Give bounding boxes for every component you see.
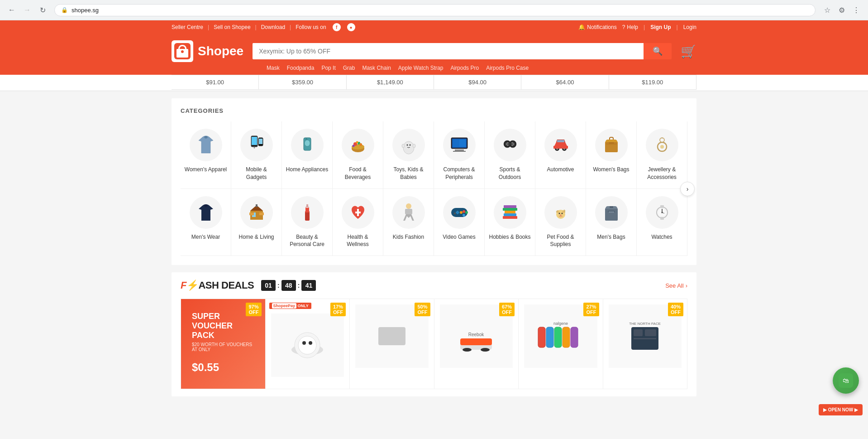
suggestion-popit[interactable]: Pop It <box>321 65 335 71</box>
deal-card-2[interactable]: ShopeePay ONLY 17% OFF <box>266 299 350 389</box>
categories-title: CATEGORIES <box>181 107 687 114</box>
category-jewellery-accessories[interactable]: Jewellery & Accessories <box>637 121 687 189</box>
svg-rect-36 <box>553 146 568 149</box>
category-automotive[interactable]: Automotive <box>535 121 586 189</box>
svg-rect-105 <box>571 327 578 347</box>
category-mens-wear[interactable]: Men's Wear <box>181 189 231 256</box>
price-item-5[interactable]: $64.00 <box>521 75 609 90</box>
deal-card-5[interactable]: 27% OFF nalgene <box>519 299 603 389</box>
reload-button[interactable]: ↻ <box>36 4 49 16</box>
flash-text: ⚡ASH DEALS <box>186 280 254 291</box>
svg-point-91 <box>298 336 316 354</box>
category-womens-bags[interactable]: Women's Bags <box>586 121 637 189</box>
svg-rect-67 <box>504 205 516 208</box>
search-bar: 🔍 <box>253 43 672 59</box>
extensions-button[interactable]: ⚙ <box>835 4 848 16</box>
suggestion-maskchain[interactable]: Mask Chain <box>362 65 391 71</box>
floating-shopee-icon[interactable]: 🛍 <box>833 367 859 394</box>
home-appliances-label: Home Appliances <box>286 166 328 174</box>
price-item-1[interactable]: $91.00 <box>172 75 259 90</box>
svg-point-16 <box>405 142 412 150</box>
sports-outdoors-icon <box>494 129 526 161</box>
svg-point-30 <box>510 142 515 146</box>
category-hobbies-books[interactable]: Hobbies & Books <box>485 189 535 256</box>
svg-point-56 <box>463 210 465 213</box>
categories-next-button[interactable]: › <box>680 182 695 196</box>
suggestion-grab[interactable]: Grab <box>343 65 355 71</box>
price-item-4[interactable]: $94.00 <box>434 75 521 90</box>
category-watches[interactable]: Watches <box>637 189 687 256</box>
toys-kids-babies-label: Toys, Kids & Babies <box>387 166 430 181</box>
category-home-living[interactable]: Home & Living <box>231 189 282 256</box>
svg-point-62 <box>454 212 456 214</box>
browser-actions: ☆ ⚙ ⋮ <box>821 4 863 16</box>
seller-centre-link[interactable]: Seller Centre <box>172 24 203 30</box>
help-link[interactable]: ? Help <box>622 24 638 30</box>
bookmark-button[interactable]: ☆ <box>821 4 834 16</box>
price-row: $91.00 $359.00 $1,149.00 $94.00 $64.00 $… <box>162 75 706 90</box>
svg-point-12 <box>356 141 358 144</box>
deal-card-3[interactable]: 50% OFF <box>350 299 434 389</box>
category-video-games[interactable]: Video Games <box>434 189 485 256</box>
watches-icon <box>646 196 678 229</box>
back-button[interactable]: ← <box>5 4 18 16</box>
category-toys-kids-babies[interactable]: Toys, Kids & Babies <box>383 121 434 189</box>
download-link[interactable]: Download <box>261 24 285 30</box>
kids-fashion-label: Kids Fashion <box>393 233 424 241</box>
health-wellness-icon <box>342 196 374 229</box>
notifications-link[interactable]: 🔔 Notifications <box>578 24 616 30</box>
suggestion-airpodspro[interactable]: Airpods Pro <box>450 65 479 71</box>
deal-card-4[interactable]: 67% OFF Reebok <box>434 299 519 389</box>
health-wellness-label: Health & Wellness <box>336 233 379 249</box>
voucher-title: SUPER VOUCHER PACK <box>192 312 254 340</box>
address-bar[interactable]: 🔒 shopee.sg <box>54 4 816 16</box>
svg-point-18 <box>409 145 410 146</box>
instagram-icon[interactable]: ● <box>347 23 355 31</box>
logo[interactable]: Shopee <box>172 40 243 62</box>
price-item-2[interactable]: $359.00 <box>259 75 346 90</box>
sell-on-shopee-link[interactable]: Sell on Shopee <box>214 24 250 30</box>
login-link[interactable]: Login <box>683 24 696 30</box>
svg-text:🛍: 🛍 <box>843 377 849 384</box>
suggestion-mask[interactable]: Mask <box>267 65 280 71</box>
top-bar: Seller Centre | Sell on Shopee | Downloa… <box>0 20 868 34</box>
svg-point-17 <box>406 145 408 146</box>
forward-button[interactable]: → <box>21 4 33 16</box>
search-button[interactable]: 🔍 <box>644 43 672 59</box>
menu-button[interactable]: ⋮ <box>850 4 863 16</box>
svg-rect-26 <box>453 140 459 147</box>
see-all-link[interactable]: See All › <box>665 282 687 289</box>
hobbies-books-label: Hobbies & Books <box>489 233 530 241</box>
category-food-beverages[interactable]: Food & Beverages <box>333 121 383 189</box>
price-item-3[interactable]: $1,149.00 <box>347 75 434 90</box>
cart-button[interactable]: 🛒 <box>681 44 696 59</box>
signup-button[interactable]: Sign Up <box>650 24 671 30</box>
category-kids-fashion[interactable]: Kids Fashion <box>383 189 434 256</box>
category-computers-peripherals[interactable]: Computers & Peripherals <box>434 121 485 189</box>
search-input[interactable] <box>253 43 644 59</box>
price-item-6[interactable]: $119.00 <box>609 75 696 90</box>
jewellery-accessories-icon <box>646 129 678 161</box>
category-mobile-gadgets[interactable]: Mobile & Gadgets <box>231 121 282 189</box>
category-womens-apparel[interactable]: Women's Apparel <box>181 121 231 189</box>
svg-rect-48 <box>305 212 310 221</box>
timer-minutes: 48 <box>281 280 296 291</box>
svg-rect-94 <box>378 327 405 345</box>
categories-section: CATEGORIES Women's Apparel <box>172 98 696 265</box>
timer-hours: 01 <box>261 280 276 291</box>
deal-card-voucher[interactable]: 97% OFF SUPER VOUCHER PACK $20 WORTH OF … <box>181 299 266 389</box>
category-pet-food-supplies[interactable]: Pet Food & Supplies <box>535 189 586 256</box>
suggestion-airpodscase[interactable]: Airpods Pro Case <box>486 65 529 71</box>
category-sports-outdoors[interactable]: Sports & Outdoors <box>485 121 535 189</box>
logo-bag <box>172 40 193 62</box>
deals-row: 97% OFF SUPER VOUCHER PACK $20 WORTH OF … <box>181 299 687 389</box>
url-text: shopee.sg <box>72 7 99 14</box>
facebook-icon[interactable]: f <box>333 23 341 31</box>
category-beauty-personal-care[interactable]: Beauty & Personal Care <box>282 189 333 256</box>
category-health-wellness[interactable]: Health & Wellness <box>333 189 383 256</box>
category-home-appliances[interactable]: Home Appliances <box>282 121 333 189</box>
deal-card-6[interactable]: 40% OFF THE NORTH FACE <box>603 299 688 389</box>
suggestion-foodpanda[interactable]: Foodpanda <box>287 65 315 71</box>
suggestion-applewatch[interactable]: Apple Watch Strap <box>398 65 444 71</box>
category-mens-bags[interactable]: Men's Bags <box>586 189 637 256</box>
